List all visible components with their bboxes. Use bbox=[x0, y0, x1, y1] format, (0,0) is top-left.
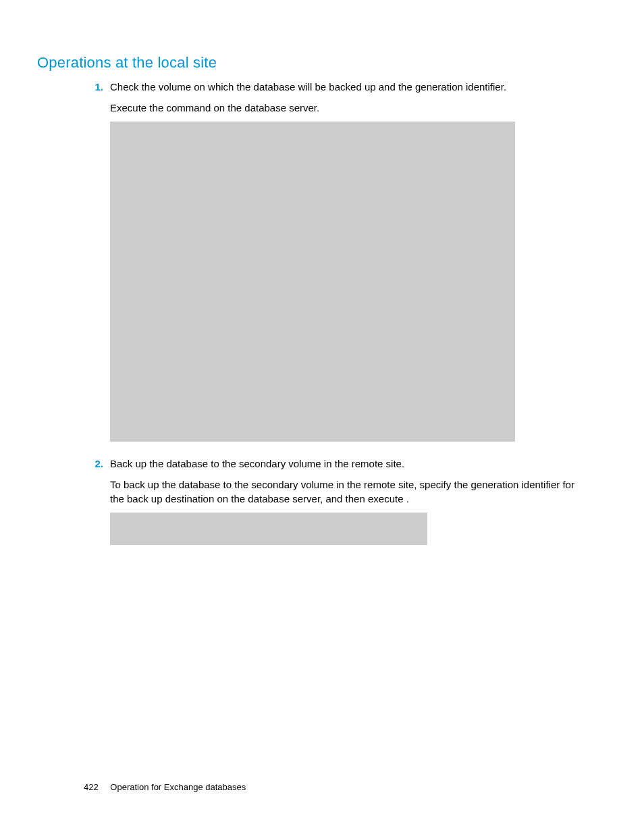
section-heading: Operations at the local site bbox=[37, 54, 603, 72]
item-body: Check the volume on which the database w… bbox=[110, 80, 576, 450]
item-number: 1. bbox=[84, 80, 103, 450]
ordered-list: 1. Check the volume on which the databas… bbox=[84, 80, 576, 553]
text-fragment: . bbox=[406, 493, 409, 504]
footer-title: Operation for Exchange databases bbox=[110, 782, 246, 792]
text-fragment: command on the database server. bbox=[166, 102, 319, 113]
page-number: 422 bbox=[84, 782, 99, 792]
item-text: Execute the command on the database serv… bbox=[110, 101, 576, 115]
text-fragment: on the database server, and then execute bbox=[217, 493, 406, 504]
text-fragment: Execute the bbox=[110, 102, 166, 113]
item-number: 2. bbox=[84, 457, 103, 553]
list-item-1: 1. Check the volume on which the databas… bbox=[84, 80, 576, 450]
item-body: Back up the database to the secondary vo… bbox=[110, 457, 576, 553]
list-item-2: 2. Back up the database to the secondary… bbox=[84, 457, 576, 553]
page-footer: 422 Operation for Exchange databases bbox=[84, 782, 246, 792]
item-text: To back up the database to the secondary… bbox=[110, 477, 576, 506]
item-text: Check the volume on which the database w… bbox=[110, 80, 576, 94]
item-text: Back up the database to the secondary vo… bbox=[110, 457, 576, 471]
code-block bbox=[110, 513, 427, 545]
document-page: Operations at the local site 1. Check th… bbox=[0, 0, 644, 834]
code-block bbox=[110, 122, 515, 442]
